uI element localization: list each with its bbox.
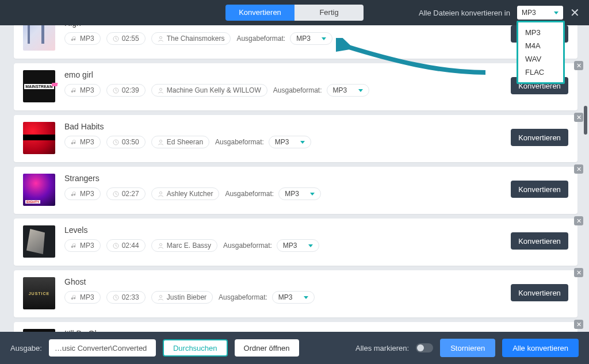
svg-point-3 bbox=[159, 88, 162, 90]
track-title: High bbox=[64, 25, 502, 28]
svg-point-11 bbox=[159, 295, 162, 297]
format-option-wav[interactable]: WAV bbox=[518, 52, 563, 66]
output-format-label: Ausgabeformat: bbox=[225, 190, 274, 198]
track-meta: Bad Habits MP3 03:50 Ed Sheeran Ausgabef… bbox=[64, 122, 502, 148]
format-chip: MP3 bbox=[64, 136, 101, 148]
track-title: Strangers bbox=[64, 174, 502, 183]
close-icon[interactable]: ✕ bbox=[570, 7, 580, 18]
format-dropdown[interactable]: MP3 M4A WAV FLAC bbox=[517, 21, 565, 84]
album-art: MAINSTREAM bbox=[23, 70, 55, 102]
track-title: Bad Habits bbox=[64, 122, 502, 131]
duration-chip: 02:44 bbox=[106, 239, 146, 252]
track-chips: MP3 02:44 Marc E. Bassy Ausgabeformat: M… bbox=[64, 239, 502, 252]
track-chips: MP3 03:50 Ed Sheeran Ausgabeformat: MP3 bbox=[64, 136, 502, 148]
output-format-label: Ausgabeformat: bbox=[215, 138, 264, 146]
track-title: emo girl bbox=[64, 70, 502, 79]
row-format-select[interactable]: MP3 bbox=[278, 187, 321, 200]
svg-point-5 bbox=[159, 140, 162, 142]
track-actions: Konvertieren bbox=[511, 122, 568, 146]
bottom-bar: Ausgabe: …usic Converter\Converted Durch… bbox=[0, 332, 589, 364]
output-label: Ausgabe: bbox=[10, 344, 42, 352]
convert-button[interactable]: Konvertieren bbox=[511, 129, 568, 146]
top-right-controls: Alle Dateien konvertieren in MP3 ✕ bbox=[419, 6, 580, 20]
select-all-toggle[interactable] bbox=[416, 343, 433, 352]
remove-track-icon[interactable]: ✕ bbox=[574, 164, 583, 174]
artist-chip: Marc E. Bassy bbox=[151, 239, 217, 252]
row-format-select[interactable]: MP3 bbox=[327, 84, 369, 97]
remove-track-icon[interactable]: ✕ bbox=[574, 268, 583, 277]
remove-track-icon[interactable]: ✕ bbox=[574, 113, 583, 122]
all-files-label: Alle Dateien konvertieren in bbox=[419, 9, 510, 17]
output-format-label: Ausgabeformat: bbox=[236, 35, 285, 43]
svg-point-9 bbox=[159, 243, 162, 246]
remove-track-icon[interactable]: ✕ bbox=[574, 61, 583, 70]
format-option-m4a[interactable]: M4A bbox=[518, 39, 563, 52]
track-card: High MP3 02:55 The Chainsmokers Ausgabef… bbox=[14, 25, 577, 59]
track-actions: Konvertieren bbox=[511, 174, 568, 198]
format-chip: MP3 bbox=[64, 32, 101, 45]
convert-button[interactable]: Konvertieren bbox=[511, 181, 568, 198]
global-format-select[interactable]: MP3 bbox=[517, 6, 563, 20]
album-art: JUSTICE bbox=[23, 277, 55, 309]
browse-button[interactable]: Durchsuchen bbox=[163, 339, 228, 357]
chevron-down-icon bbox=[322, 37, 326, 40]
output-format-label: Ausgabeformat: bbox=[223, 242, 272, 250]
track-actions: Konvertieren bbox=[511, 225, 568, 250]
track-title: Levels bbox=[64, 225, 502, 235]
cancel-button[interactable]: Stornieren bbox=[440, 339, 495, 357]
row-format-select[interactable]: MP3 bbox=[272, 291, 315, 304]
chevron-down-icon bbox=[304, 296, 308, 299]
svg-point-7 bbox=[159, 191, 162, 194]
track-meta: Ghost MP3 02:33 Justin Bieber Ausgabefor… bbox=[64, 277, 502, 304]
format-chip: MP3 bbox=[64, 84, 101, 97]
output-format-label: Ausgabeformat: bbox=[219, 293, 267, 301]
duration-chip: 02:39 bbox=[106, 84, 146, 97]
chevron-down-icon bbox=[358, 89, 363, 92]
album-art bbox=[23, 25, 55, 51]
track-card: EIGHTY Strangers MP3 02:27 Ashley Kutche… bbox=[14, 167, 577, 214]
chevron-down-icon bbox=[310, 193, 315, 196]
format-option-mp3[interactable]: MP3 bbox=[518, 26, 563, 39]
format-chip: MP3 bbox=[64, 187, 101, 200]
tab-convert[interactable]: Konvertieren bbox=[225, 5, 294, 21]
artist-chip: The Chainsmokers bbox=[151, 32, 231, 45]
select-all-label: Alles markieren: bbox=[355, 344, 409, 352]
convert-all-button[interactable]: Alle konvertieren bbox=[502, 339, 579, 357]
chevron-down-icon bbox=[308, 244, 313, 247]
convert-button[interactable]: Konvertieren bbox=[511, 232, 568, 250]
track-title: Ghost bbox=[64, 277, 502, 286]
artist-chip: Justin Bieber bbox=[151, 291, 213, 304]
remove-track-icon[interactable]: ✕ bbox=[574, 216, 583, 225]
artist-chip: Ashley Kutcher bbox=[151, 187, 220, 200]
track-meta: High MP3 02:55 The Chainsmokers Ausgabef… bbox=[64, 25, 502, 45]
row-format-select[interactable]: MP3 bbox=[277, 239, 319, 252]
track-meta: Levels MP3 02:44 Marc E. Bassy Ausgabefo… bbox=[64, 225, 502, 252]
convert-button[interactable]: Konvertieren bbox=[511, 284, 568, 301]
chevron-down-icon bbox=[554, 12, 559, 14]
duration-chip: 02:27 bbox=[106, 187, 146, 200]
remove-track-icon[interactable]: ✕ bbox=[574, 320, 583, 329]
main-tabs: Konvertieren Fertig bbox=[225, 5, 364, 21]
row-format-select[interactable]: MP3 bbox=[269, 136, 311, 148]
track-list: High MP3 02:55 The Chainsmokers Ausgabef… bbox=[0, 25, 589, 332]
format-chip: MP3 bbox=[64, 239, 101, 252]
open-folder-button[interactable]: Ordner öffnen bbox=[235, 339, 299, 357]
album-art bbox=[23, 122, 55, 154]
track-chips: MP3 02:33 Justin Bieber Ausgabeformat: M… bbox=[64, 291, 502, 304]
tab-done[interactable]: Fertig bbox=[294, 5, 364, 21]
output-path[interactable]: …usic Converter\Converted bbox=[49, 339, 156, 357]
chevron-down-icon bbox=[300, 141, 305, 144]
scrollbar[interactable] bbox=[584, 106, 587, 135]
svg-point-1 bbox=[159, 36, 162, 39]
top-bar: Konvertieren Fertig Alle Dateien konvert… bbox=[0, 0, 589, 25]
album-art: EIGHTY bbox=[23, 174, 55, 206]
row-format-select[interactable]: MP3 bbox=[290, 32, 332, 45]
track-chips: MP3 02:55 The Chainsmokers Ausgabeformat… bbox=[64, 32, 502, 45]
artist-chip: Machine Gun Kelly & WILLOW bbox=[151, 84, 267, 97]
format-option-flac[interactable]: FLAC bbox=[518, 66, 563, 79]
duration-chip: 02:33 bbox=[106, 291, 146, 304]
track-chips: MP3 02:27 Ashley Kutcher Ausgabeformat: … bbox=[64, 187, 502, 200]
artist-chip: Ed Sheeran bbox=[151, 136, 209, 148]
track-card: It'll Be Okay MP3 03:42 Shawn Mendes Aus… bbox=[14, 322, 577, 332]
track-card: Levels MP3 02:44 Marc E. Bassy Ausgabefo… bbox=[14, 219, 577, 266]
